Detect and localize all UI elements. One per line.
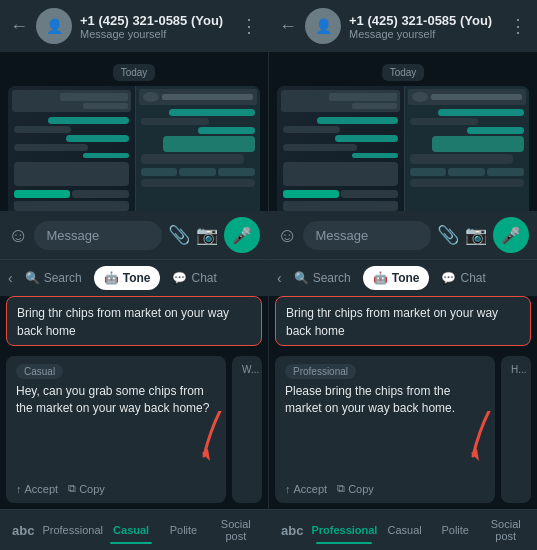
bottom-tabs-right: abc Professional Casual Polite Social po… — [269, 509, 537, 550]
card-actions-left-0: ↑ Accept ⧉ Copy — [16, 482, 216, 495]
tone-card-left-0: Casual Hey, can you grab some chips from… — [6, 356, 226, 503]
header-info-left: +1 (425) 321-0585 (You) Message yourself — [80, 13, 232, 40]
card-text-left-0: Hey, can you grab some chips from the ma… — [16, 383, 216, 474]
accept-icon-right-0: ↑ — [285, 483, 291, 495]
emoji-icon-left[interactable]: ☺ — [8, 224, 28, 247]
tone-icon-left: 🤖 — [104, 271, 119, 285]
search-icon-right: 🔍 — [294, 271, 309, 285]
arrow-indicator-left — [202, 411, 238, 465]
tab-casual-left[interactable]: Casual — [105, 516, 157, 544]
card-actions-right-0: ↑ Accept ⧉ Copy — [285, 482, 485, 495]
tab-abc-right[interactable]: abc — [275, 523, 309, 538]
screenshot-right: b 15:13 ✓✓ — [277, 86, 529, 211]
chevron-left-icon-left[interactable]: ‹ — [8, 270, 13, 286]
tab-socialpost-left[interactable]: Social post — [210, 510, 262, 550]
avatar-right: 👤 — [305, 8, 341, 44]
message-input-right[interactable]: Message — [303, 221, 431, 250]
chat-btn-left[interactable]: 💬 Chat — [166, 267, 222, 289]
more-options-right[interactable]: ⋮ — [509, 15, 527, 37]
accept-btn-left-0[interactable]: ↑ Accept — [16, 482, 58, 495]
tab-socialpost-right[interactable]: Social post — [480, 510, 531, 550]
chat-header-left: ← 👤 +1 (425) 321-0585 (You) Message your… — [0, 0, 268, 52]
header-sub-right: Message yourself — [349, 28, 501, 40]
mic-icon-right[interactable]: 🎤 — [493, 217, 529, 253]
accept-icon-left-0: ↑ — [16, 483, 22, 495]
tone-bar-left: ‹ 🔍 Search 🤖 Tone 💬 Chat — [0, 259, 268, 296]
message-bar-left: ☺ Message 📎 📷 🎤 — [0, 211, 268, 259]
copy-icon-left-0: ⧉ — [68, 482, 76, 495]
suggestion-box-right: Bring thr chips from market on your way … — [275, 296, 531, 346]
mic-icon-left[interactable]: 🎤 — [224, 217, 260, 253]
screenshot-mock-right: b 15:13 ✓✓ — [277, 86, 404, 211]
tab-polite-right[interactable]: Polite — [430, 516, 481, 544]
back-icon-right[interactable]: ← — [279, 16, 297, 37]
more-options-left[interactable]: ⋮ — [240, 15, 258, 37]
avatar-left: 👤 — [36, 8, 72, 44]
message-bar-right: ☺ Message 📎 📷 🎤 — [269, 211, 537, 259]
header-name-left: +1 (425) 321-0585 (You) — [80, 13, 232, 28]
tone-btn-right[interactable]: 🤖 Tone — [363, 266, 430, 290]
search-btn-left[interactable]: 🔍 Search — [19, 267, 88, 289]
tab-professional-right[interactable]: Professional — [309, 516, 379, 544]
screenshot-mock-left: b 15:13 ✓✓ — [8, 86, 135, 211]
tab-casual-right[interactable]: Casual — [379, 516, 430, 544]
back-icon-left[interactable]: ← — [10, 16, 28, 37]
bottom-tabs-left: abc Professional Casual Polite Social po… — [0, 509, 268, 550]
suggestion-text-right: Bring thr chips from market on your way … — [286, 306, 498, 338]
card-label-left-0: Casual — [16, 364, 63, 379]
screenshot-app-right: 15:13 ✓✓ — [404, 86, 530, 211]
chat-icon-left: 💬 — [172, 271, 187, 285]
search-icon-left: 🔍 — [25, 271, 40, 285]
tone-icon-right: 🤖 — [373, 271, 388, 285]
tab-abc-left[interactable]: abc — [6, 523, 40, 538]
copy-btn-right-0[interactable]: ⧉ Copy — [337, 482, 374, 495]
card-text-right-0: Please bring the chips from the market o… — [285, 383, 485, 474]
date-badge-left: Today — [8, 62, 260, 80]
chat-btn-right[interactable]: 💬 Chat — [435, 267, 491, 289]
right-panel: ← 👤 +1 (425) 321-0585 (You) Message your… — [269, 0, 537, 550]
left-panel: ← 👤 +1 (425) 321-0585 (You) Message your… — [0, 0, 269, 550]
date-badge-right: Today — [277, 62, 529, 80]
chevron-left-icon-right[interactable]: ‹ — [277, 270, 282, 286]
camera-icon-right[interactable]: 📷 — [465, 224, 487, 246]
emoji-icon-right[interactable]: ☺ — [277, 224, 297, 247]
tone-btn-left[interactable]: 🤖 Tone — [94, 266, 161, 290]
attach-icon-left[interactable]: 📎 — [168, 224, 190, 246]
screenshot-app-left: 15:13 ✓✓ — [135, 86, 261, 211]
chat-header-right: ← 👤 +1 (425) 321-0585 (You) Message your… — [269, 0, 537, 52]
search-btn-right[interactable]: 🔍 Search — [288, 267, 357, 289]
tone-bar-right: ‹ 🔍 Search 🤖 Tone 💬 Chat — [269, 259, 537, 296]
camera-icon-left[interactable]: 📷 — [196, 224, 218, 246]
message-input-left[interactable]: Message — [34, 221, 162, 250]
card-label-right-0: Professional — [285, 364, 356, 379]
chat-area-left: Today — [0, 52, 268, 211]
attach-icon-right[interactable]: 📎 — [437, 224, 459, 246]
header-name-right: +1 (425) 321-0585 (You) — [349, 13, 501, 28]
screenshot-left: b 15:13 ✓✓ — [8, 86, 260, 211]
suggestion-box-left: Bring thr chips from market on your way … — [6, 296, 262, 346]
header-info-right: +1 (425) 321-0585 (You) Message yourself — [349, 13, 501, 40]
tab-polite-left[interactable]: Polite — [157, 516, 209, 544]
chat-area-right: Today — [269, 52, 537, 211]
copy-btn-left-0[interactable]: ⧉ Copy — [68, 482, 105, 495]
chat-icon-right: 💬 — [441, 271, 456, 285]
arrow-indicator-right — [471, 411, 507, 465]
header-sub-left: Message yourself — [80, 28, 232, 40]
accept-btn-right-0[interactable]: ↑ Accept — [285, 482, 327, 495]
suggestion-text-left: Bring thr chips from market on your way … — [17, 306, 229, 338]
copy-icon-right-0: ⧉ — [337, 482, 345, 495]
tone-card-right-0: Professional Please bring the chips from… — [275, 356, 495, 503]
tab-professional-left[interactable]: Professional — [40, 516, 105, 544]
